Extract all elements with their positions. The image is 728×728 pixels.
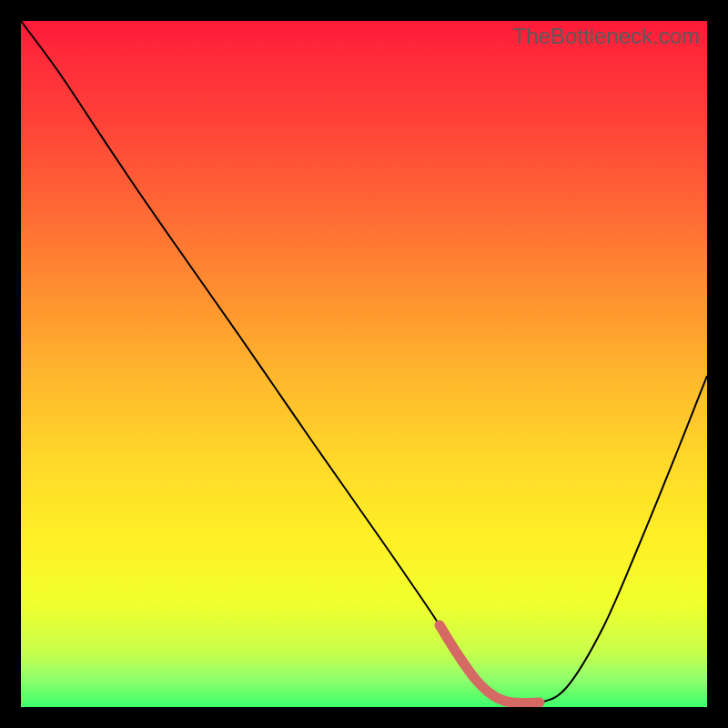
chart-container: TheBottleneck.com <box>0 0 728 728</box>
curve-svg <box>21 21 707 707</box>
watermark-text: TheBottleneck.com <box>513 24 700 49</box>
plot-area: TheBottleneck.com <box>21 21 707 707</box>
highlight-segment-path <box>440 625 540 703</box>
main-curve-path <box>21 21 707 704</box>
